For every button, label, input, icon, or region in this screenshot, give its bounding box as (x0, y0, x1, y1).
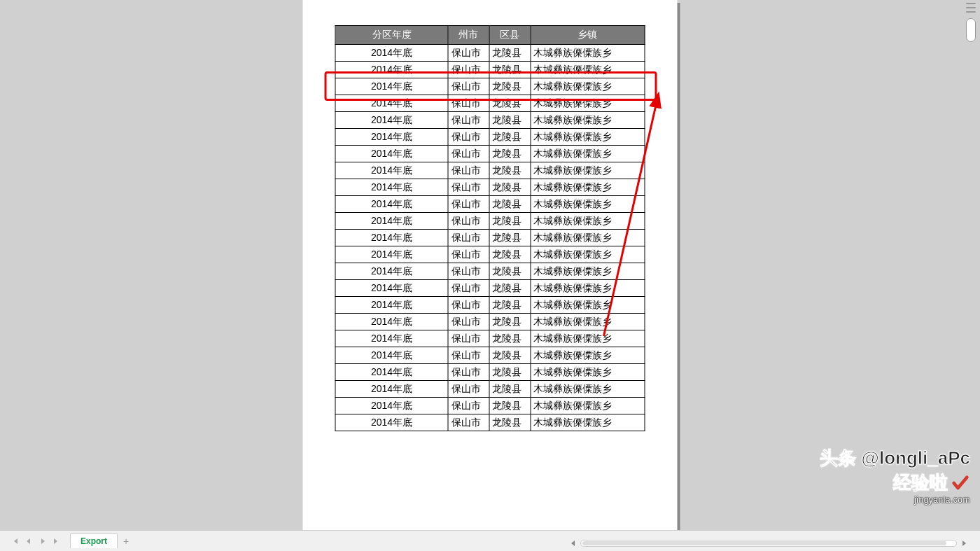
cell-city: 保山市 (448, 297, 489, 314)
scroll-right-button[interactable] (960, 539, 968, 547)
cell-county: 龙陵县 (489, 129, 531, 146)
scrollbar-thumb[interactable] (582, 541, 946, 545)
cell-town: 木城彝族傈僳族乡 (531, 280, 645, 297)
cell-town: 木城彝族傈僳族乡 (531, 95, 645, 112)
add-sheet-button[interactable]: + (123, 536, 129, 547)
cell-city: 保山市 (448, 162, 489, 179)
table-row: 2014年底保山市龙陵县木城彝族傈僳族乡 (335, 280, 645, 297)
cell-county: 龙陵县 (489, 179, 531, 196)
table-row: 2014年底保山市龙陵县木城彝族傈僳族乡 (335, 414, 645, 431)
cell-city: 保山市 (448, 364, 489, 381)
cell-year: 2014年底 (335, 213, 448, 230)
cell-town: 木城彝族傈僳族乡 (531, 146, 645, 162)
cell-city: 保山市 (448, 196, 489, 213)
cell-year: 2014年底 (335, 280, 448, 297)
watermark: 头条 @longli_aPc 经验啦 jingyanla.com (820, 446, 970, 505)
cell-town: 木城彝族傈僳族乡 (531, 213, 645, 230)
table-row: 2014年底保山市龙陵县木城彝族傈僳族乡 (335, 364, 645, 381)
table-row: 2014年底保山市龙陵县木城彝族傈僳族乡 (335, 297, 645, 314)
cell-year: 2014年底 (335, 398, 448, 414)
nav-prev-button[interactable] (22, 535, 35, 547)
cell-county: 龙陵县 (489, 381, 531, 398)
cell-county: 龙陵县 (489, 95, 531, 112)
watermark-text-2: 经验啦 (893, 470, 970, 495)
sheet-tab-export[interactable]: Export (70, 533, 118, 548)
nav-last-button[interactable] (50, 535, 63, 547)
cell-city: 保山市 (448, 213, 489, 230)
scroll-left-button[interactable] (569, 539, 578, 547)
table-row: 2014年底保山市龙陵县木城彝族傈僳族乡 (335, 129, 645, 146)
table-row: 2014年底保山市龙陵县木城彝族傈僳族乡 (335, 62, 645, 78)
cell-year: 2014年底 (335, 179, 448, 196)
horizontal-scrollbar[interactable] (569, 538, 968, 548)
cell-town: 木城彝族傈僳族乡 (531, 45, 645, 62)
cell-city: 保山市 (448, 129, 489, 146)
col-header-year: 分区年度 (335, 26, 448, 45)
workspace[interactable]: 分区年度 州市 区县 乡镇 2014年底保山市龙陵县木城彝族傈僳族乡2014年底… (0, 0, 980, 530)
cell-year: 2014年底 (335, 146, 448, 162)
cell-city: 保山市 (448, 246, 489, 263)
page-content: 分区年度 州市 区县 乡镇 2014年底保山市龙陵县木城彝族傈僳族乡2014年底… (303, 0, 678, 431)
cell-year: 2014年底 (335, 112, 448, 129)
cell-county: 龙陵县 (489, 112, 531, 129)
table-row: 2014年底保山市龙陵县木城彝族傈僳族乡 (335, 45, 645, 62)
cell-year: 2014年底 (335, 263, 448, 280)
cell-city: 保山市 (448, 414, 489, 431)
cell-county: 龙陵县 (489, 347, 531, 364)
cell-city: 保山市 (448, 62, 489, 78)
cell-town: 木城彝族傈僳族乡 (531, 129, 645, 146)
cell-town: 木城彝族傈僳族乡 (531, 196, 645, 213)
view-control-line[interactable] (966, 7, 976, 8)
table-row: 2014年底保山市龙陵县木城彝族傈僳族乡 (335, 314, 645, 330)
view-control-line[interactable] (966, 11, 976, 13)
sheet-tab-bar: Export + (0, 530, 980, 551)
cell-year: 2014年底 (335, 230, 448, 246)
cell-county: 龙陵县 (489, 246, 531, 263)
cell-year: 2014年底 (335, 414, 448, 431)
table-row: 2014年底保山市龙陵县木城彝族傈僳族乡 (335, 162, 645, 179)
col-header-town: 乡镇 (531, 26, 645, 45)
cell-county: 龙陵县 (489, 330, 531, 347)
table-row: 2014年底保山市龙陵县木城彝族傈僳族乡 (335, 263, 645, 280)
cell-town: 木城彝族傈僳族乡 (531, 179, 645, 196)
cell-town: 木城彝族傈僳族乡 (531, 162, 645, 179)
cell-town: 木城彝族傈僳族乡 (531, 347, 645, 364)
cell-county: 龙陵县 (489, 314, 531, 330)
scrollbar-track[interactable] (580, 540, 957, 547)
table-row: 2014年底保山市龙陵县木城彝族傈僳族乡 (335, 246, 645, 263)
cell-year: 2014年底 (335, 162, 448, 179)
table-row: 2014年底保山市龙陵县木城彝族傈僳族乡 (335, 196, 645, 213)
col-header-city: 州市 (448, 26, 489, 45)
cell-town: 木城彝族傈僳族乡 (531, 263, 645, 280)
cell-county: 龙陵县 (489, 62, 531, 78)
view-control-pill[interactable] (966, 18, 976, 42)
cell-city: 保山市 (448, 230, 489, 246)
cell-city: 保山市 (448, 45, 489, 62)
nav-first-button[interactable] (8, 535, 21, 547)
cell-year: 2014年底 (335, 347, 448, 364)
cell-year: 2014年底 (335, 45, 448, 62)
cell-town: 木城彝族傈僳族乡 (531, 297, 645, 314)
cell-town: 木城彝族傈僳族乡 (531, 314, 645, 330)
cell-town: 木城彝族傈僳族乡 (531, 398, 645, 414)
data-table: 分区年度 州市 区县 乡镇 2014年底保山市龙陵县木城彝族傈僳族乡2014年底… (335, 25, 645, 431)
cell-city: 保山市 (448, 78, 489, 95)
cell-county: 龙陵县 (489, 297, 531, 314)
view-control-line[interactable] (966, 3, 976, 4)
cell-town: 木城彝族傈僳族乡 (531, 381, 645, 398)
cell-year: 2014年底 (335, 381, 448, 398)
cell-county: 龙陵县 (489, 45, 531, 62)
cell-city: 保山市 (448, 179, 489, 196)
cell-town: 木城彝族傈僳族乡 (531, 230, 645, 246)
print-preview-page: 分区年度 州市 区县 乡镇 2014年底保山市龙陵县木城彝族傈僳族乡2014年底… (303, 0, 678, 530)
cell-city: 保山市 (448, 95, 489, 112)
cell-city: 保山市 (448, 398, 489, 414)
cell-town: 木城彝族傈僳族乡 (531, 62, 645, 78)
cell-year: 2014年底 (335, 364, 448, 381)
cell-year: 2014年底 (335, 129, 448, 146)
cell-city: 保山市 (448, 347, 489, 364)
cell-town: 木城彝族傈僳族乡 (531, 246, 645, 263)
table-row: 2014年底保山市龙陵县木城彝族傈僳族乡 (335, 330, 645, 347)
nav-next-button[interactable] (36, 535, 49, 547)
table-row: 2014年底保山市龙陵县木城彝族傈僳族乡 (335, 179, 645, 196)
